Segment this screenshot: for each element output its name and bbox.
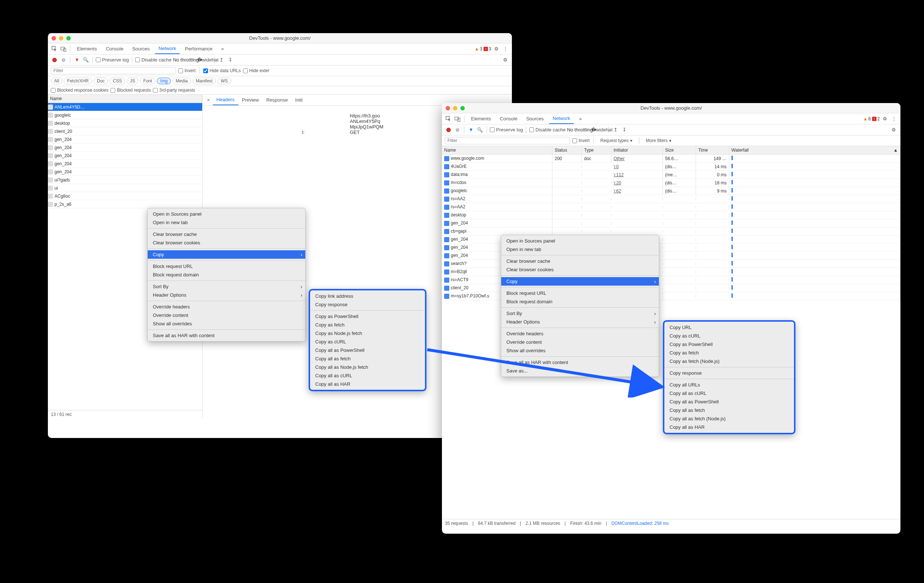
invert-checkbox[interactable]: Invert	[572, 138, 590, 143]
ctx-clear-cookies[interactable]: Clear browser cookies	[148, 239, 305, 247]
request-row[interactable]: gen_204	[48, 143, 202, 152]
chip-all[interactable]: All	[51, 77, 62, 84]
ctx-open-sources[interactable]: Open in Sources panel	[148, 210, 305, 218]
errors-badge[interactable]: !3	[483, 46, 491, 51]
copy-as-fetch-nodejs[interactable]: Copy as fetch (Node.js)	[664, 357, 794, 366]
filter-input[interactable]	[51, 67, 176, 74]
tab-elements[interactable]: Elements	[73, 44, 101, 54]
warnings-badge[interactable]: ▲3	[475, 46, 482, 51]
copy-as-fetch[interactable]: Copy as fetch	[310, 321, 425, 329]
ctx-header-options[interactable]: Header Options	[148, 291, 305, 299]
disable-cache-checkbox[interactable]: Disable cache	[529, 127, 566, 132]
request-row[interactable]: client_20	[48, 127, 202, 135]
ctx-override-content[interactable]: Override content	[148, 311, 305, 319]
request-row[interactable]: gen_204	[48, 135, 202, 143]
tab-console[interactable]: Console	[102, 44, 127, 54]
copy-all-as-fetch[interactable]: Copy all as fetch	[664, 406, 794, 415]
warnings-badge[interactable]: ▲8	[863, 116, 871, 122]
ctx-clear-cache[interactable]: Clear browser cache	[501, 257, 659, 265]
request-types-dropdown[interactable]: Request types ▾	[597, 137, 635, 144]
more-menu-icon[interactable]: ⋮	[890, 115, 898, 123]
ctx-override-headers[interactable]: Override headers	[501, 329, 659, 338]
tab-console[interactable]: Console	[496, 114, 521, 124]
record-icon[interactable]	[51, 56, 58, 64]
request-row[interactable]: desktop	[442, 211, 901, 219]
more-filters-dropdown[interactable]: More filters ▾	[643, 137, 674, 144]
col-waterfall[interactable]: Waterfall▲	[729, 146, 901, 154]
ctx-header-options[interactable]: Header Options	[501, 318, 659, 326]
upload-icon[interactable]: ↥	[612, 126, 619, 133]
chip-css[interactable]: CSS	[109, 77, 125, 84]
tab-sources[interactable]: Sources	[129, 44, 153, 54]
request-row[interactable]: gen_204	[48, 160, 202, 168]
request-row[interactable]: googlelc	[48, 111, 202, 119]
col-status[interactable]: Status	[553, 146, 582, 154]
ctx-block-url[interactable]: Block request URL	[501, 289, 659, 297]
tab-network[interactable]: Network	[155, 43, 180, 54]
copy-link-address[interactable]: Copy link address	[310, 292, 425, 300]
filter-icon[interactable]: ▼	[73, 56, 81, 64]
col-name[interactable]: Name	[442, 146, 553, 154]
inspect-icon[interactable]	[445, 115, 452, 123]
settings-gear-icon[interactable]: ⚙	[881, 115, 889, 123]
tab-headers[interactable]: Headers	[213, 95, 238, 105]
tab-performance[interactable]: Performance	[181, 44, 216, 54]
request-row[interactable]: 4UaGrE):0(dis…14 ms	[442, 163, 901, 171]
hide-extensions-checkbox[interactable]: Hide exter	[243, 68, 270, 73]
copy-all-as-nodejs-fetch[interactable]: Copy all as Node.js fetch	[310, 363, 425, 371]
ctx-block-url[interactable]: Block request URL	[148, 262, 305, 270]
settings-gear-icon[interactable]: ⚙	[493, 45, 500, 53]
ctx-override-headers[interactable]: Override headers	[148, 303, 305, 311]
copy-all-as-fetch[interactable]: Copy all as fetch	[310, 354, 425, 363]
request-row[interactable]: rs=AA2	[442, 195, 901, 203]
clear-icon[interactable]: ⊘	[454, 126, 461, 133]
ctx-clear-cookies[interactable]: Clear browser cookies	[501, 265, 659, 274]
request-row[interactable]: ui	[48, 184, 202, 192]
chip-fetch[interactable]: Fetch/XHR	[64, 77, 92, 84]
copy-as-powershell[interactable]: Copy as PowerShell	[664, 340, 794, 349]
request-row[interactable]: googlelc):62(dis…9 ms	[442, 187, 901, 195]
preserve-log-checkbox[interactable]: Preserve log	[490, 127, 523, 132]
tab-response[interactable]: Response	[262, 95, 292, 105]
request-row[interactable]: desktop	[48, 119, 202, 127]
copy-all-as-curl[interactable]: Copy all as cURL	[310, 371, 425, 380]
copy-as-curl[interactable]: Copy as cURL	[310, 338, 425, 346]
filter-icon[interactable]: ▼	[467, 126, 475, 133]
network-settings-icon[interactable]: ⚙	[502, 56, 509, 64]
chip-manifest[interactable]: Manifest	[193, 77, 216, 84]
record-icon[interactable]	[445, 126, 452, 133]
search-icon[interactable]: 🔍	[476, 126, 483, 133]
request-row[interactable]: rs=AA2	[442, 203, 901, 211]
copy-url[interactable]: Copy URL	[664, 323, 794, 332]
request-row[interactable]: p_2x_a6	[48, 200, 202, 208]
context-menu-left[interactable]: Open in Sources panel Open in new tab Cl…	[147, 208, 306, 342]
chip-font[interactable]: Font	[140, 77, 155, 84]
preserve-log-checkbox[interactable]: Preserve log	[96, 57, 129, 63]
more-tabs[interactable]: »	[575, 114, 585, 124]
hide-data-urls-checkbox[interactable]: Hide data URLs	[203, 68, 241, 73]
tab-elements[interactable]: Elements	[467, 114, 495, 124]
chip-media[interactable]: Media	[172, 77, 191, 84]
blocked-cookies-checkbox[interactable]: Blocked response cookies	[51, 87, 108, 93]
inspect-icon[interactable]	[51, 45, 58, 53]
copy-submenu-left[interactable]: Copy link address Copy response Copy as …	[309, 289, 426, 391]
ctx-open-new-tab[interactable]: Open in new tab	[148, 218, 305, 227]
col-time[interactable]: Time	[696, 146, 729, 154]
download-icon[interactable]: ↧	[226, 56, 234, 64]
copy-all-as-fetch-nodejs[interactable]: Copy all as fetch (Node.js)	[664, 415, 794, 423]
copy-all-as-har[interactable]: Copy all as HAR	[310, 380, 425, 388]
col-initiator[interactable]: Initiator	[611, 146, 663, 154]
invert-checkbox[interactable]: Invert	[178, 68, 196, 73]
blocked-requests-checkbox[interactable]: Blocked requests	[111, 87, 151, 93]
copy-submenu-right[interactable]: Copy URL Copy as cURL Copy as PowerShell…	[663, 320, 795, 434]
ctx-sort-by[interactable]: Sort By	[501, 309, 659, 318]
ctx-clear-cache[interactable]: Clear browser cache	[148, 230, 305, 239]
upload-icon[interactable]: ↥	[218, 56, 225, 64]
column-name[interactable]: Name	[48, 95, 202, 103]
copy-as-curl[interactable]: Copy as cURL	[664, 332, 794, 340]
request-row[interactable]: ACg8oc	[48, 192, 202, 200]
copy-as-nodejs-fetch[interactable]: Copy as Node.js fetch	[310, 329, 425, 338]
chip-ws[interactable]: WS	[217, 77, 231, 84]
context-menu-right[interactable]: Open in Sources panel Open in new tab Cl…	[501, 235, 659, 377]
request-row[interactable]: m=cdos):20(dis…18 ms	[442, 179, 901, 187]
